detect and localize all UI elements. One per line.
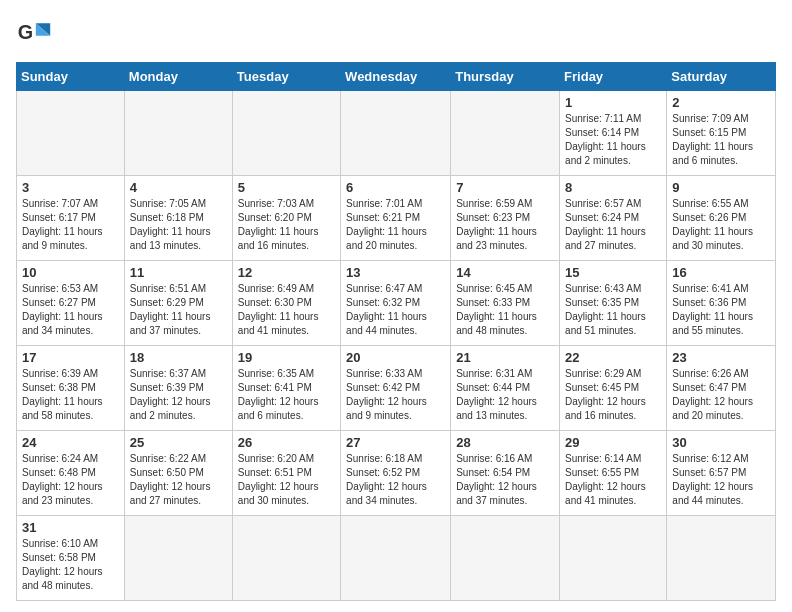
day-info: Sunrise: 6:22 AMSunset: 6:50 PMDaylight:… (130, 452, 227, 508)
day-cell: 2Sunrise: 7:09 AMSunset: 6:15 PMDaylight… (667, 91, 776, 176)
day-info: Sunrise: 6:29 AMSunset: 6:45 PMDaylight:… (565, 367, 661, 423)
week-row-0: 1Sunrise: 7:11 AMSunset: 6:14 PMDaylight… (17, 91, 776, 176)
day-number: 16 (672, 265, 770, 280)
day-cell: 23Sunrise: 6:26 AMSunset: 6:47 PMDayligh… (667, 346, 776, 431)
day-info: Sunrise: 6:20 AMSunset: 6:51 PMDaylight:… (238, 452, 335, 508)
day-info: Sunrise: 7:11 AMSunset: 6:14 PMDaylight:… (565, 112, 661, 168)
day-number: 11 (130, 265, 227, 280)
day-number: 21 (456, 350, 554, 365)
day-info: Sunrise: 6:57 AMSunset: 6:24 PMDaylight:… (565, 197, 661, 253)
svg-text:G: G (18, 21, 33, 43)
day-cell: 4Sunrise: 7:05 AMSunset: 6:18 PMDaylight… (124, 176, 232, 261)
day-cell: 30Sunrise: 6:12 AMSunset: 6:57 PMDayligh… (667, 431, 776, 516)
day-cell (124, 516, 232, 601)
day-cell: 16Sunrise: 6:41 AMSunset: 6:36 PMDayligh… (667, 261, 776, 346)
day-info: Sunrise: 6:45 AMSunset: 6:33 PMDaylight:… (456, 282, 554, 338)
week-row-3: 17Sunrise: 6:39 AMSunset: 6:38 PMDayligh… (17, 346, 776, 431)
day-cell (451, 91, 560, 176)
day-cell: 10Sunrise: 6:53 AMSunset: 6:27 PMDayligh… (17, 261, 125, 346)
day-cell: 18Sunrise: 6:37 AMSunset: 6:39 PMDayligh… (124, 346, 232, 431)
day-cell: 8Sunrise: 6:57 AMSunset: 6:24 PMDaylight… (560, 176, 667, 261)
day-number: 25 (130, 435, 227, 450)
day-number: 2 (672, 95, 770, 110)
day-info: Sunrise: 6:39 AMSunset: 6:38 PMDaylight:… (22, 367, 119, 423)
day-cell: 21Sunrise: 6:31 AMSunset: 6:44 PMDayligh… (451, 346, 560, 431)
day-number: 12 (238, 265, 335, 280)
week-row-1: 3Sunrise: 7:07 AMSunset: 6:17 PMDaylight… (17, 176, 776, 261)
day-info: Sunrise: 6:37 AMSunset: 6:39 PMDaylight:… (130, 367, 227, 423)
day-info: Sunrise: 7:05 AMSunset: 6:18 PMDaylight:… (130, 197, 227, 253)
day-info: Sunrise: 6:41 AMSunset: 6:36 PMDaylight:… (672, 282, 770, 338)
day-number: 30 (672, 435, 770, 450)
day-number: 19 (238, 350, 335, 365)
day-cell: 25Sunrise: 6:22 AMSunset: 6:50 PMDayligh… (124, 431, 232, 516)
day-info: Sunrise: 6:24 AMSunset: 6:48 PMDaylight:… (22, 452, 119, 508)
day-number: 9 (672, 180, 770, 195)
day-cell: 31Sunrise: 6:10 AMSunset: 6:58 PMDayligh… (17, 516, 125, 601)
day-cell (17, 91, 125, 176)
logo-icon: G (16, 16, 52, 52)
day-info: Sunrise: 6:33 AMSunset: 6:42 PMDaylight:… (346, 367, 445, 423)
week-row-4: 24Sunrise: 6:24 AMSunset: 6:48 PMDayligh… (17, 431, 776, 516)
day-cell: 14Sunrise: 6:45 AMSunset: 6:33 PMDayligh… (451, 261, 560, 346)
day-cell: 9Sunrise: 6:55 AMSunset: 6:26 PMDaylight… (667, 176, 776, 261)
day-cell: 12Sunrise: 6:49 AMSunset: 6:30 PMDayligh… (232, 261, 340, 346)
day-number: 20 (346, 350, 445, 365)
day-info: Sunrise: 6:16 AMSunset: 6:54 PMDaylight:… (456, 452, 554, 508)
day-number: 7 (456, 180, 554, 195)
week-row-5: 31Sunrise: 6:10 AMSunset: 6:58 PMDayligh… (17, 516, 776, 601)
day-number: 6 (346, 180, 445, 195)
day-cell: 7Sunrise: 6:59 AMSunset: 6:23 PMDaylight… (451, 176, 560, 261)
day-number: 17 (22, 350, 119, 365)
day-number: 24 (22, 435, 119, 450)
day-number: 28 (456, 435, 554, 450)
day-cell: 26Sunrise: 6:20 AMSunset: 6:51 PMDayligh… (232, 431, 340, 516)
day-number: 13 (346, 265, 445, 280)
day-info: Sunrise: 6:12 AMSunset: 6:57 PMDaylight:… (672, 452, 770, 508)
day-info: Sunrise: 7:07 AMSunset: 6:17 PMDaylight:… (22, 197, 119, 253)
day-cell (667, 516, 776, 601)
day-cell (232, 91, 340, 176)
day-number: 22 (565, 350, 661, 365)
day-cell: 28Sunrise: 6:16 AMSunset: 6:54 PMDayligh… (451, 431, 560, 516)
header: G (16, 16, 776, 52)
day-cell (560, 516, 667, 601)
week-row-2: 10Sunrise: 6:53 AMSunset: 6:27 PMDayligh… (17, 261, 776, 346)
day-cell (232, 516, 340, 601)
day-number: 4 (130, 180, 227, 195)
day-number: 26 (238, 435, 335, 450)
day-number: 14 (456, 265, 554, 280)
day-cell: 1Sunrise: 7:11 AMSunset: 6:14 PMDaylight… (560, 91, 667, 176)
day-number: 1 (565, 95, 661, 110)
day-info: Sunrise: 7:03 AMSunset: 6:20 PMDaylight:… (238, 197, 335, 253)
day-cell: 6Sunrise: 7:01 AMSunset: 6:21 PMDaylight… (341, 176, 451, 261)
day-number: 8 (565, 180, 661, 195)
day-cell: 15Sunrise: 6:43 AMSunset: 6:35 PMDayligh… (560, 261, 667, 346)
calendar-header-row: SundayMondayTuesdayWednesdayThursdayFrid… (17, 63, 776, 91)
day-info: Sunrise: 6:14 AMSunset: 6:55 PMDaylight:… (565, 452, 661, 508)
day-info: Sunrise: 6:35 AMSunset: 6:41 PMDaylight:… (238, 367, 335, 423)
header-wednesday: Wednesday (341, 63, 451, 91)
day-info: Sunrise: 6:31 AMSunset: 6:44 PMDaylight:… (456, 367, 554, 423)
day-cell (341, 516, 451, 601)
day-cell: 27Sunrise: 6:18 AMSunset: 6:52 PMDayligh… (341, 431, 451, 516)
header-sunday: Sunday (17, 63, 125, 91)
day-cell: 13Sunrise: 6:47 AMSunset: 6:32 PMDayligh… (341, 261, 451, 346)
header-tuesday: Tuesday (232, 63, 340, 91)
day-cell: 5Sunrise: 7:03 AMSunset: 6:20 PMDaylight… (232, 176, 340, 261)
day-cell: 11Sunrise: 6:51 AMSunset: 6:29 PMDayligh… (124, 261, 232, 346)
day-cell: 17Sunrise: 6:39 AMSunset: 6:38 PMDayligh… (17, 346, 125, 431)
day-info: Sunrise: 6:49 AMSunset: 6:30 PMDaylight:… (238, 282, 335, 338)
day-cell: 29Sunrise: 6:14 AMSunset: 6:55 PMDayligh… (560, 431, 667, 516)
day-cell: 3Sunrise: 7:07 AMSunset: 6:17 PMDaylight… (17, 176, 125, 261)
header-thursday: Thursday (451, 63, 560, 91)
day-cell (451, 516, 560, 601)
day-number: 10 (22, 265, 119, 280)
day-number: 23 (672, 350, 770, 365)
day-info: Sunrise: 6:18 AMSunset: 6:52 PMDaylight:… (346, 452, 445, 508)
day-cell: 20Sunrise: 6:33 AMSunset: 6:42 PMDayligh… (341, 346, 451, 431)
day-info: Sunrise: 6:59 AMSunset: 6:23 PMDaylight:… (456, 197, 554, 253)
day-cell: 24Sunrise: 6:24 AMSunset: 6:48 PMDayligh… (17, 431, 125, 516)
logo: G (16, 16, 56, 52)
day-number: 29 (565, 435, 661, 450)
